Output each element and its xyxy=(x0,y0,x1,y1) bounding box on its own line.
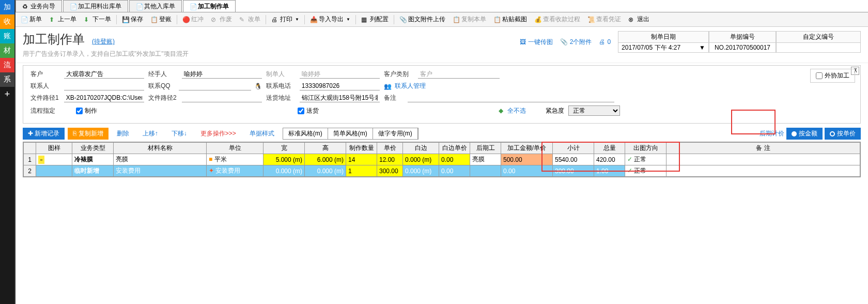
cell-price[interactable]: 12.00 xyxy=(377,154,403,165)
movedown-button[interactable]: 下移↓ xyxy=(166,128,192,140)
col-width[interactable]: 宽 xyxy=(264,143,305,154)
cell-material[interactable]: 安装费用 xyxy=(114,165,207,177)
cell-post[interactable] xyxy=(470,165,501,177)
select-none-link[interactable]: 全不选 xyxy=(507,107,526,115)
cell-post[interactable]: 亮膜 xyxy=(470,154,501,165)
sidebar-item-account[interactable]: 账 xyxy=(0,29,14,43)
modify-button[interactable]: ✎改单 xyxy=(236,14,264,25)
cell-biztype[interactable]: 临时新增 xyxy=(72,165,114,177)
cell-image[interactable] xyxy=(36,165,72,177)
copy-add-button[interactable]: ⎘ 复制新增 xyxy=(68,128,108,140)
voucher-button[interactable]: 📜查看凭证 xyxy=(584,14,624,25)
new-button[interactable]: 📄新单 xyxy=(18,14,45,25)
cell-total[interactable]: 420.00 xyxy=(594,154,625,165)
cell-image[interactable]: ▫ xyxy=(36,154,72,165)
more-button[interactable]: 更多操作>>> xyxy=(195,128,241,140)
flow-ship-checkbox[interactable]: 送货 xyxy=(298,107,319,115)
style-tab-font[interactable]: 做字专用(m) xyxy=(373,128,418,139)
cell-border-price[interactable]: 0.00 xyxy=(439,154,470,165)
outsource-checkbox[interactable]: 外协加工 xyxy=(816,71,849,80)
cell-border[interactable]: 0.000 (m) xyxy=(403,154,439,165)
date-input[interactable] xyxy=(622,44,699,51)
attachments-link[interactable]: 📎2个附件 xyxy=(560,38,592,47)
phone-input[interactable] xyxy=(300,82,380,90)
cell-unit[interactable]: ■ 平米 xyxy=(207,154,264,165)
cell-direction[interactable]: ✓ 正常 xyxy=(625,154,667,165)
cell-total[interactable]: 1.00 xyxy=(594,165,625,177)
col-direction[interactable]: 出图方向 xyxy=(625,143,667,154)
sidebar-item-receive[interactable]: 收 xyxy=(0,14,14,29)
checkbox[interactable] xyxy=(298,108,304,114)
col-unit[interactable]: 单位 xyxy=(207,143,264,154)
void-button[interactable]: ⊘作废 xyxy=(208,14,235,25)
cell-biztype[interactable]: 冷裱膜 xyxy=(72,154,114,165)
colcfg-button[interactable]: ▦列配置 xyxy=(358,14,392,25)
attach-button[interactable]: 📎图文附件上传 xyxy=(396,14,448,25)
prev-button[interactable]: ⬆上一单 xyxy=(46,14,80,25)
cell-border[interactable]: 0.000 (m) xyxy=(403,165,439,177)
print-count[interactable]: 🖨0 xyxy=(599,38,611,45)
sidebar-item-flow[interactable]: 流 xyxy=(0,58,14,72)
add-record-button[interactable]: ✚ 新增记录 xyxy=(23,128,65,140)
cell-remark[interactable] xyxy=(667,165,860,177)
cell-width[interactable]: 5.000 (m) xyxy=(264,154,305,165)
cell-subtotal[interactable]: 300.00 xyxy=(553,165,594,177)
import-button[interactable]: 📥导入导出▼ xyxy=(307,14,353,25)
sidebar-item-plus[interactable]: + xyxy=(0,87,14,101)
moveup-button[interactable]: 上移↑ xyxy=(137,128,163,140)
flow-make-checkbox[interactable]: 制作 xyxy=(76,107,97,115)
cell-proc-price[interactable]: 0.00 xyxy=(501,165,553,177)
style-tab-simple[interactable]: 简单风格(m) xyxy=(328,128,373,139)
paste-button[interactable]: 📋粘贴截图 xyxy=(490,14,530,25)
tab-other-in[interactable]: 📄其他入库单 xyxy=(129,0,182,12)
checkbox[interactable] xyxy=(816,72,823,79)
copy-button[interactable]: 📋复制本单 xyxy=(450,14,489,25)
col-height[interactable]: 高 xyxy=(305,143,346,154)
next-button[interactable]: ⬇下一单 xyxy=(81,14,114,25)
customer-input[interactable] xyxy=(64,70,144,79)
cell-material[interactable]: 亮膜 xyxy=(114,154,207,165)
tab-process-order[interactable]: 📄加工制作单 xyxy=(183,0,236,12)
cell-price[interactable]: 300.00 xyxy=(377,165,403,177)
tab-biz-guide[interactable]: ♻业务向导 xyxy=(16,0,62,12)
qq-input[interactable] xyxy=(179,82,251,90)
checkbox[interactable] xyxy=(76,108,83,114)
col-subtotal[interactable]: 小计 xyxy=(553,143,594,154)
print-button[interactable]: 🖨打印▼ xyxy=(268,14,302,25)
save-button[interactable]: 💾保存 xyxy=(119,14,146,25)
col-post[interactable]: 后期工 xyxy=(470,143,501,154)
path1-input[interactable] xyxy=(64,94,144,102)
cell-height[interactable]: 0.000 (m) xyxy=(305,165,346,177)
table-row[interactable]: 2 临时新增 安装费用 ✦ 安装费用 0.000 (m) 0.000 (m) 1… xyxy=(24,165,860,177)
cell-qty[interactable]: 14 xyxy=(346,154,377,165)
payment-button[interactable]: 💰查看收款过程 xyxy=(531,14,583,25)
cell-unit[interactable]: ✦ 安装费用 xyxy=(207,165,264,177)
col-qty[interactable]: 制作数量 xyxy=(346,143,377,154)
col-price[interactable]: 单价 xyxy=(377,143,403,154)
sidebar-item-material[interactable]: 材 xyxy=(0,43,14,58)
by-amount-button[interactable]: 按金额 xyxy=(786,128,823,140)
contact-input[interactable] xyxy=(64,82,144,90)
cell-border-price[interactable]: 0.00 xyxy=(439,165,470,177)
col-proc-price[interactable]: 加工金额/单价 xyxy=(501,143,553,154)
cell-height[interactable]: 6.000 (m) xyxy=(305,154,346,165)
col-remark[interactable]: 备 注 xyxy=(667,143,860,154)
remark-input[interactable] xyxy=(408,94,614,102)
sidebar-item-add[interactable]: 加 xyxy=(0,0,14,14)
col-rownum[interactable] xyxy=(24,143,36,154)
by-price-button[interactable]: 按单价 xyxy=(825,128,861,140)
cell-proc-price[interactable]: 500.00 xyxy=(501,154,553,165)
addr-input[interactable] xyxy=(300,94,380,102)
path2-input[interactable] xyxy=(182,94,262,102)
handler-input[interactable] xyxy=(182,70,262,79)
chevron-down-icon[interactable]: ▼ xyxy=(699,44,705,51)
exit-button[interactable]: ⊗退出 xyxy=(625,14,653,25)
cell-qty[interactable]: 1 xyxy=(346,165,377,177)
col-image[interactable]: 图样 xyxy=(36,143,72,154)
cell-subtotal[interactable]: 5540.00 xyxy=(553,154,594,165)
cell-width[interactable]: 0.000 (m) xyxy=(264,165,305,177)
col-border[interactable]: 白边 xyxy=(403,143,439,154)
qq-icon[interactable]: 🐧 xyxy=(254,83,262,90)
col-border-price[interactable]: 白边单价 xyxy=(439,143,470,154)
post-button[interactable]: 📋登账 xyxy=(147,14,175,25)
